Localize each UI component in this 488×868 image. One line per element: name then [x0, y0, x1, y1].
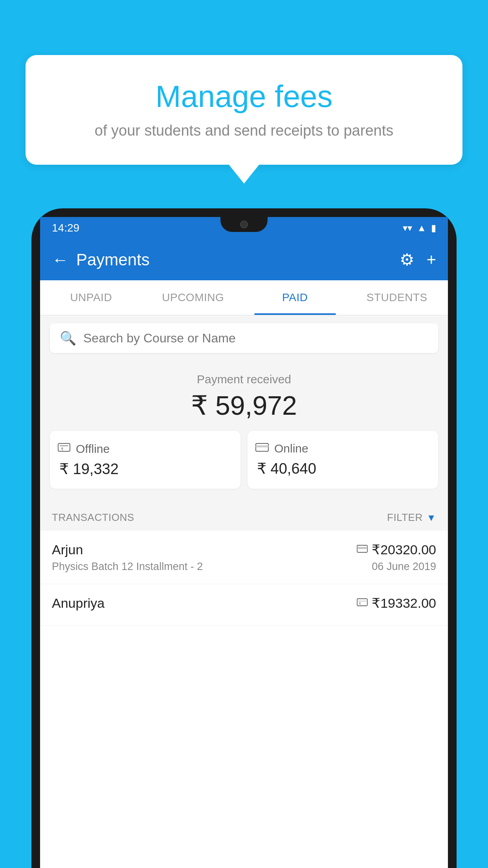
phone-notch: [220, 217, 268, 232]
payment-summary: Payment received ₹ 59,972 ₹: [40, 361, 448, 500]
payment-received-label: Payment received: [48, 373, 440, 386]
offline-icon: ₹: [58, 442, 70, 456]
page-title: Payments: [76, 250, 400, 269]
speech-bubble-container: Manage fees of your students and send re…: [26, 55, 462, 165]
svg-text:₹: ₹: [61, 447, 63, 451]
camera: [240, 221, 248, 228]
svg-rect-4: [256, 445, 268, 447]
speech-bubble-title: Manage fees: [45, 79, 443, 114]
add-icon[interactable]: +: [426, 250, 436, 269]
tab-paid[interactable]: PAID: [244, 280, 346, 315]
payment-total-amount: ₹ 59,972: [48, 390, 440, 421]
tab-students[interactable]: STUDENTS: [346, 280, 448, 315]
status-icons: ▾▾ ▲ ▮: [403, 223, 436, 234]
settings-icon[interactable]: ⚙: [400, 250, 415, 269]
wifi-icon: ▾▾: [403, 223, 412, 234]
online-icon: [255, 442, 269, 455]
offline-amount: ₹ 19,332: [58, 460, 119, 478]
offline-payment-card: ₹ Offline ₹ 19,332: [50, 431, 240, 489]
transaction-date: 06 June 2019: [372, 561, 436, 573]
offline-card-header: ₹ Offline: [58, 442, 110, 456]
amount-section: ₹ ₹19332.00: [357, 595, 436, 611]
online-amount: ₹ 40,640: [255, 460, 316, 477]
search-icon: 🔍: [60, 330, 76, 346]
svg-rect-0: [58, 443, 70, 451]
amount-section: ₹20320.00: [357, 542, 436, 557]
student-name: Anupriya: [52, 596, 105, 611]
search-bar[interactable]: 🔍: [50, 323, 438, 353]
svg-rect-6: [357, 547, 367, 549]
phone-frame: 14:29 ▾▾ ▲ ▮ ← Payments ⚙ + UNPAID UPCOM…: [31, 208, 457, 868]
transaction-amount: ₹20320.00: [372, 542, 436, 557]
battery-icon: ▮: [431, 223, 436, 234]
tabs: UNPAID UPCOMING PAID STUDENTS: [40, 280, 448, 315]
signal-icon: ▲: [417, 223, 426, 234]
student-name: Arjun: [52, 542, 83, 557]
course-info: Physics Batch 12 Installment - 2: [52, 561, 203, 573]
app-header: ← Payments ⚙ +: [40, 239, 448, 280]
row-main: Anupriya ₹ ₹19332.00: [52, 595, 436, 611]
speech-bubble-subtitle: of your students and send receipts to pa…: [45, 122, 443, 139]
filter-button[interactable]: FILTER ▼: [387, 511, 436, 524]
back-button[interactable]: ←: [52, 250, 68, 269]
table-row[interactable]: Arjun ₹20320.00 Physics Batch 12 Install…: [40, 531, 448, 584]
offline-pay-icon: ₹: [357, 597, 368, 609]
speech-bubble: Manage fees of your students and send re…: [26, 55, 462, 165]
status-time: 14:29: [52, 222, 79, 234]
payment-cards: ₹ Offline ₹ 19,332: [50, 431, 438, 489]
online-label: Online: [274, 442, 308, 455]
row-sub: Physics Batch 12 Installment - 2 06 June…: [52, 561, 436, 573]
online-pay-icon: [357, 543, 368, 556]
tab-upcoming[interactable]: UPCOMING: [142, 280, 244, 315]
phone-screen: ← Payments ⚙ + UNPAID UPCOMING PAID STUD…: [40, 239, 448, 868]
search-container: 🔍: [40, 315, 448, 361]
transactions-label: TRANSACTIONS: [52, 511, 134, 524]
offline-label: Offline: [76, 442, 110, 456]
tab-unpaid[interactable]: UNPAID: [40, 280, 142, 315]
online-payment-card: Online ₹ 40,640: [248, 431, 438, 489]
filter-icon: ▼: [427, 512, 436, 523]
row-main: Arjun ₹20320.00: [52, 542, 436, 557]
online-card-header: Online: [255, 442, 308, 455]
header-actions: ⚙ +: [400, 250, 436, 269]
search-input[interactable]: [83, 331, 428, 346]
filter-label: FILTER: [387, 511, 423, 524]
transactions-header: TRANSACTIONS FILTER ▼: [40, 500, 448, 531]
table-row[interactable]: Anupriya ₹ ₹19332.00: [40, 584, 448, 625]
transaction-list: Arjun ₹20320.00 Physics Batch 12 Install…: [40, 531, 448, 868]
transaction-amount: ₹19332.00: [372, 595, 436, 611]
svg-text:₹: ₹: [359, 602, 361, 606]
